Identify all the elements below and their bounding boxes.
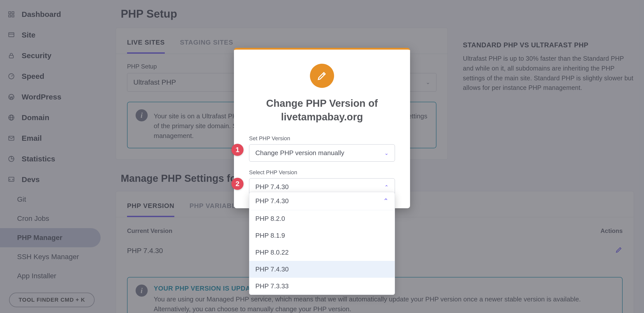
php-option[interactable]: PHP 8.2.0	[249, 210, 395, 227]
select-php-value: PHP 7.4.30	[255, 183, 289, 191]
php-version-dropdown: PHP 7.4.30 ⌃ PHP 8.2.0PHP 8.1.9PHP 8.0.2…	[249, 192, 395, 295]
modal-title: Change PHP Version of livetampabay.org	[249, 96, 395, 124]
set-php-label: Set PHP Version	[249, 135, 395, 142]
select-php-label: Select PHP Version	[249, 169, 395, 176]
step-badge-2: 2	[231, 178, 244, 190]
step-badge-1: 1	[231, 144, 244, 156]
chevron-up-icon: ⌃	[383, 197, 389, 205]
chevron-down-icon: ⌄	[384, 150, 389, 156]
set-php-group: 1 Set PHP Version Change PHP version man…	[249, 135, 395, 162]
chevron-up-icon: ⌃	[384, 184, 389, 190]
dropdown-current[interactable]: PHP 7.4.30 ⌃	[249, 192, 395, 210]
php-option[interactable]: PHP 7.4.30	[249, 261, 395, 278]
php-option[interactable]: PHP 7.3.33	[249, 278, 395, 295]
set-php-select[interactable]: Change PHP version manually ⌄	[249, 144, 395, 162]
dropdown-current-value: PHP 7.4.30	[255, 197, 289, 205]
php-option[interactable]: PHP 8.0.22	[249, 244, 395, 261]
change-php-modal: Change PHP Version of livetampabay.org 1…	[234, 48, 410, 208]
set-php-value: Change PHP version manually	[255, 149, 344, 157]
pencil-icon	[310, 64, 334, 88]
php-option[interactable]: PHP 8.1.9	[249, 227, 395, 244]
